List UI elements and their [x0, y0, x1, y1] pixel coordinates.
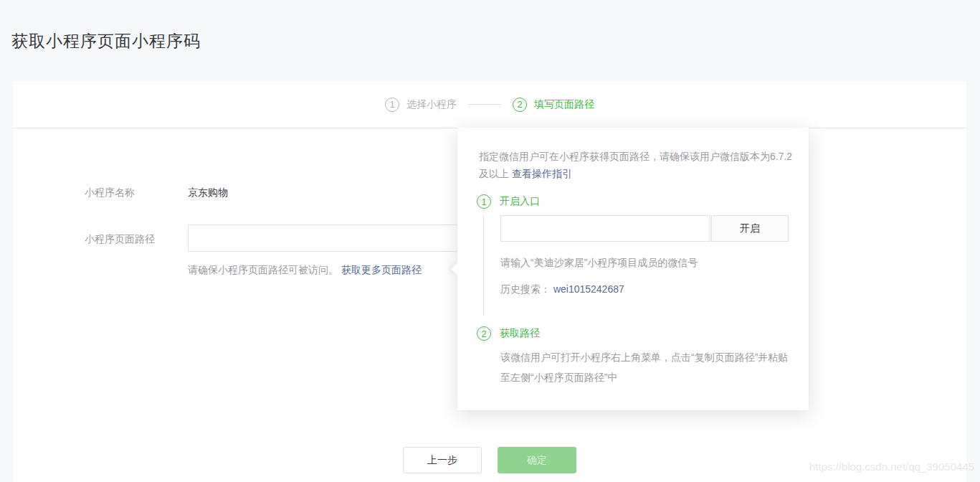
miniprogram-name-label: 小程序名称 [85, 186, 135, 199]
popover-step1-header: 1 开启入口 [477, 194, 540, 209]
more-page-paths-link[interactable]: 获取更多页面路径 [341, 264, 422, 275]
wechat-id-input-row: 开启 [500, 215, 789, 242]
search-history-row: 历史搜索： wei1015242687 [500, 283, 624, 296]
step-connector-line [483, 215, 484, 316]
stepper: 1 选择小程序 2 填写页面路径 [385, 98, 594, 112]
stepper-divider [468, 104, 501, 105]
step-2-circle-icon: 2 [513, 98, 527, 112]
get-path-popover: 指定微信用户可在小程序获得页面路径，请确保该用户微信版本为6.7.2及以上 查看… [457, 128, 809, 410]
view-guide-link[interactable]: 查看操作指引 [512, 168, 572, 179]
previous-step-button[interactable]: 上一步 [403, 447, 482, 473]
popover-step2-header: 2 获取路径 [477, 326, 540, 341]
popover-step1-title: 开启入口 [500, 195, 540, 208]
confirm-button[interactable]: 确定 [498, 447, 576, 473]
popover-intro: 指定微信用户可在小程序获得页面路径，请确保该用户微信版本为6.7.2及以上 查看… [479, 148, 793, 182]
search-history-label: 历史搜索： [500, 283, 551, 295]
step-2-label: 填写页面路径 [534, 98, 594, 111]
page-path-hint-text: 请确保小程序页面路径可被访问。 [188, 264, 338, 275]
wizard-header: 1 选择小程序 2 填写页面路径 [13, 81, 966, 128]
popover-step-2-circle-icon: 2 [477, 326, 491, 341]
miniprogram-name-value: 京东购物 [188, 186, 228, 199]
step-fill-page-path: 2 填写页面路径 [513, 98, 594, 112]
page-title: 获取小程序页面小程序码 [11, 30, 201, 52]
step-select-miniprogram: 1 选择小程序 [385, 98, 457, 112]
popover-step2-description: 该微信用户可打开小程序右上角菜单，点击“复制页面路径”并粘贴至左侧“小程序页面路… [500, 347, 791, 387]
step-1-label: 选择小程序 [406, 98, 457, 111]
csdn-watermark: https://blog.csdn.net/qq_39050445 [809, 460, 974, 473]
step-1-circle-icon: 1 [385, 98, 399, 112]
page-path-label: 小程序页面路径 [85, 233, 155, 246]
page-path-help: 请确保小程序页面路径可被访问。 获取更多页面路径 [188, 264, 422, 277]
wechat-id-input[interactable] [500, 215, 710, 242]
popover-step2-title: 获取路径 [500, 327, 540, 340]
wechat-id-hint: 请输入“美迪沙家居”小程序项目成员的微信号 [500, 257, 698, 270]
open-button[interactable]: 开启 [711, 215, 789, 242]
popover-step-1-circle-icon: 1 [477, 194, 491, 209]
page-path-input[interactable] [188, 225, 477, 252]
search-history-value-link[interactable]: wei1015242687 [553, 283, 624, 295]
